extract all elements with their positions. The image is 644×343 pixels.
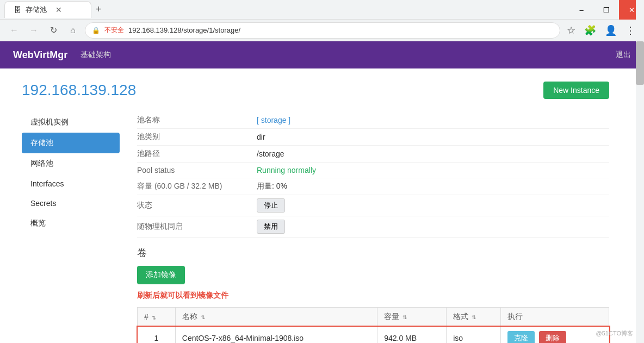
info-row-pool-type: 池类别 dir <box>137 129 609 146</box>
scrollbar-thumb[interactable] <box>636 41 644 85</box>
info-label: 状态 <box>137 201 257 210</box>
info-row-pool-path: 池路径 /storage <box>137 146 609 163</box>
lock-icon: 🔒 <box>92 27 100 34</box>
sidebar-item-interfaces[interactable]: Interfaces <box>22 174 120 194</box>
sort-arrows-format: ⇅ <box>472 314 476 320</box>
tab-close-icon[interactable]: ✕ <box>55 5 62 14</box>
info-value-pool-path: /storage <box>257 149 284 158</box>
sidebar-item-overview[interactable]: 概览 <box>22 213 120 234</box>
watermark: @51CTO博客 <box>596 329 633 338</box>
volumes-section: 卷 添加镜像 刷新后就可以看到镜像文件 # ⇅ <box>137 246 609 343</box>
sort-arrows-name: ⇅ <box>201 314 205 320</box>
bookmark-icon[interactable]: ☆ <box>565 22 578 39</box>
tab-title: 存储池 <box>26 5 47 15</box>
col-header-name: 名称 ⇅ <box>175 308 377 327</box>
address-url: 192.168.139.128/storage/1/storage/ <box>128 26 240 34</box>
info-row-pool-status: Pool status Running normally <box>137 163 609 178</box>
browser-controls: ← → ↻ ⌂ 🔒 不安全 192.168.139.128/storage/1/… <box>0 20 644 41</box>
info-row-state: 状态 停止 <box>137 195 609 216</box>
cell-actions: 克隆 删除 <box>501 327 609 344</box>
minimize-button[interactable]: – <box>569 0 594 20</box>
sidebar: 虚拟机实例 存储池 网络池 Interfaces Secrets 概览 <box>22 112 120 343</box>
sort-arrows-size: ⇅ <box>403 314 407 320</box>
sidebar-item-secrets[interactable]: Secrets <box>22 194 120 213</box>
info-row-capacity: 容量 (60.0 GB / 32.2 MB) 用量: 0% <box>137 178 609 195</box>
insecure-label: 不安全 <box>104 26 124 35</box>
new-instance-button[interactable]: New Instance <box>543 82 609 99</box>
volumes-table: # ⇅ 名称 ⇅ 容量 ⇅ <box>137 307 609 343</box>
info-label: 池名称 <box>137 115 257 125</box>
account-icon[interactable]: 👤 <box>603 22 619 39</box>
info-row-pool-name: 池名称 [ storage ] <box>137 112 609 129</box>
info-label: 池路径 <box>137 149 257 159</box>
volumes-section-title: 卷 <box>137 246 609 259</box>
sort-arrows: ⇅ <box>152 315 156 321</box>
extensions-icon[interactable]: 🧩 <box>582 22 598 39</box>
info-label: 池类别 <box>137 132 257 142</box>
page-title: 192.168.139.128 <box>22 82 136 99</box>
delete-button[interactable]: 删除 <box>539 331 566 343</box>
page-top: 192.168.139.128 New Instance <box>22 82 609 99</box>
browser-tab[interactable]: 🗄 存储池 ✕ <box>4 1 91 18</box>
autostart-button[interactable]: 禁用 <box>257 220 285 234</box>
home-button[interactable]: ⌂ <box>65 23 81 38</box>
scrollbar-track[interactable] <box>636 0 644 343</box>
add-image-button[interactable]: 添加镜像 <box>137 266 185 284</box>
cell-name: CentOS-7-x86_64-Minimal-1908.iso <box>175 327 377 344</box>
info-label: 容量 (60.0 GB / 32.2 MB) <box>137 182 257 191</box>
info-label: Pool status <box>137 166 257 174</box>
info-value-pool-name: [ storage ] <box>257 116 290 124</box>
new-tab-button[interactable]: + <box>91 2 106 17</box>
nav-infrastructure[interactable]: 基础架构 <box>81 50 111 60</box>
forward-button[interactable]: → <box>26 23 41 38</box>
col-header-size: 容量 ⇅ <box>377 308 447 327</box>
col-header-action: 执行 <box>501 308 609 327</box>
sidebar-item-network[interactable]: 网络池 <box>22 153 120 174</box>
app-logo: WebVirtMgr <box>13 49 67 61</box>
info-row-autostart: 随物理机同启 禁用 <box>137 216 609 238</box>
sidebar-item-vm-instances[interactable]: 虚拟机实例 <box>22 112 120 133</box>
cell-size: 942.0 MB <box>377 327 447 344</box>
clone-button[interactable]: 克隆 <box>507 331 535 343</box>
info-value-pool-type: dir <box>257 133 265 141</box>
info-value-capacity: 用量: 0% <box>257 182 287 191</box>
cell-format: iso <box>447 327 501 344</box>
table-row: 1 CentOS-7-x86_64-Minimal-1908.iso 942.0… <box>138 327 609 344</box>
main-panel: 池名称 [ storage ] 池类别 dir 池路径 /storage <box>120 112 609 343</box>
info-value-pool-status: Running normally <box>257 166 316 174</box>
logout-button[interactable]: 退出 <box>616 50 631 60</box>
maximize-button[interactable]: ❐ <box>594 0 619 20</box>
back-button[interactable]: ← <box>7 23 22 38</box>
state-button[interactable]: 停止 <box>257 198 285 213</box>
cell-num: 1 <box>138 327 176 344</box>
tab-favicon: 🗄 <box>14 5 21 14</box>
address-bar[interactable]: 🔒 不安全 192.168.139.128/storage/1/storage/ <box>85 22 560 39</box>
col-header-num: # ⇅ <box>138 308 176 327</box>
info-label: 随物理机同启 <box>137 222 257 232</box>
sidebar-item-storage[interactable]: 存储池 <box>22 133 120 153</box>
app-header: WebVirtMgr 基础架构 退出 <box>0 41 644 68</box>
reload-button[interactable]: ↻ <box>46 23 61 38</box>
refresh-message: 刷新后就可以看到镜像文件 <box>137 291 609 301</box>
pool-info-table: 池名称 [ storage ] 池类别 dir 池路径 /storage <box>137 112 609 238</box>
col-header-format: 格式 ⇅ <box>447 308 501 327</box>
